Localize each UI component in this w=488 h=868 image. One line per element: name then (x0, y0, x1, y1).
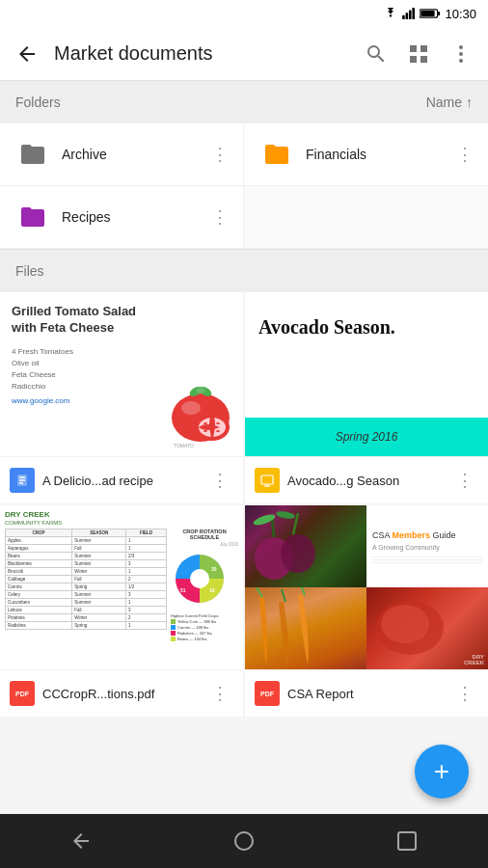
pie-legend: Highest Current Field Crops Yellow Corn … (171, 613, 238, 641)
folder-name-recipes: Recipes (62, 209, 204, 225)
csa-growing-label: A Growing Community (372, 544, 482, 551)
bottom-nav (0, 814, 488, 868)
tomato-title: Grilled Tomato Saladwith Feta Cheese (12, 304, 231, 337)
file-preview-tomato: Grilled Tomato Saladwith Feta Cheese 4 F… (0, 292, 243, 456)
svg-point-21 (216, 430, 220, 432)
sort-name-label: Name (426, 95, 462, 110)
nav-home-button[interactable] (215, 814, 273, 868)
pdf-icon-crop: PDF (10, 681, 35, 706)
file-more-avocado[interactable]: ⋮ (449, 465, 480, 496)
file-footer-crop: PDF CCCropR...tions.pdf ⋮ (0, 669, 243, 717)
docs-icon-tomato (10, 468, 35, 493)
folder-icon-recipes (15, 200, 50, 234)
svg-text:TOMATO: TOMATO (174, 443, 194, 448)
file-more-tomato[interactable]: ⋮ (204, 465, 235, 496)
battery-icon (420, 8, 441, 19)
fab-icon: + (434, 756, 449, 787)
folder-archive[interactable]: Archive ⋮ (0, 123, 244, 186)
folder-financials[interactable]: Financials ⋮ (244, 123, 488, 186)
nav-back-icon (69, 829, 93, 853)
files-label: Files (15, 263, 44, 279)
search-button[interactable] (357, 35, 395, 73)
more-options-button[interactable] (442, 35, 480, 73)
folder-more-archive[interactable]: ⋮ (204, 139, 235, 170)
folder-svg-financials (263, 143, 290, 166)
signal-icon (402, 8, 416, 19)
avocado-band-text: Spring 2016 (336, 430, 398, 444)
svg-point-45 (381, 605, 429, 643)
rotation-date: July 2016 (171, 542, 238, 547)
files-section-header: Files (0, 250, 488, 292)
svg-point-31 (190, 569, 209, 588)
svg-point-7 (459, 45, 463, 49)
svg-point-36 (281, 534, 315, 573)
file-card-avocado[interactable]: Avocado Season. Spring 2016 Avocado...g … (245, 292, 488, 503)
search-icon (365, 42, 388, 66)
svg-point-19 (216, 422, 220, 424)
crop-subtitle: COMMUNITY FARMS (5, 520, 238, 526)
file-name-tomato: A Delicio...ad recipe (42, 474, 204, 488)
svg-point-46 (235, 832, 253, 850)
folder-more-recipes[interactable]: ⋮ (204, 202, 235, 232)
csa-text-cell: CSA Members Guide A Growing Community (366, 505, 488, 587)
svg-rect-6 (421, 11, 435, 16)
svg-point-15 (196, 388, 205, 393)
nav-recents-icon (395, 829, 419, 853)
wifi-icon (383, 8, 398, 19)
page-title: Market documents (54, 42, 357, 65)
file-card-csa[interactable]: CSA Members Guide A Growing Community (245, 505, 488, 717)
tomato-illustration: TOMATO (162, 371, 239, 448)
svg-rect-1 (406, 13, 409, 19)
back-arrow-icon (15, 42, 39, 66)
crop-company: DRY CREEK (5, 510, 238, 519)
file-preview-csa: CSA Members Guide A Growing Community (245, 505, 488, 669)
more-vert-icon (449, 42, 473, 66)
rotation-schedule-title: CROP ROTATION SCHEDULE (171, 529, 238, 540)
nav-back-button[interactable] (52, 814, 110, 868)
crop-table: CROP SEASON FIELD ApplesSummer1 Asparagu… (5, 529, 167, 630)
file-preview-crop: DRY CREEK COMMUNITY FARMS CROP SEASON FI… (0, 505, 243, 669)
svg-point-40 (276, 510, 296, 520)
file-footer-csa: PDF CSA Report ⋮ (245, 669, 488, 717)
app-bar: Market documents (0, 27, 488, 81)
csa-photo-bottomright: DRYCREEK (366, 587, 488, 669)
file-card-crop[interactable]: DRY CREEK COMMUNITY FARMS CROP SEASON FI… (0, 505, 243, 717)
file-preview-avocado: Avocado Season. Spring 2016 (245, 292, 488, 456)
grid-view-button[interactable] (399, 35, 438, 73)
sort-arrow-icon: ↑ (466, 95, 473, 110)
file-more-csa[interactable]: ⋮ (449, 678, 480, 709)
csa-members-label: CSA Members Guide (372, 529, 482, 542)
csa-watermark: DRYCREEK (464, 654, 484, 665)
csa-photo-bottomleft (245, 587, 366, 669)
avocado-title: Avocado Season. (258, 315, 395, 339)
nav-recents-button[interactable] (378, 814, 436, 868)
pdf-icon-csa: PDF (255, 681, 280, 706)
status-bar: 10:30 (0, 0, 488, 27)
svg-text:51: 51 (180, 587, 186, 593)
sort-control[interactable]: Name ↑ (426, 95, 473, 110)
folders-section-header: Folders Name ↑ (0, 81, 488, 123)
file-card-tomato[interactable]: Grilled Tomato Saladwith Feta Cheese 4 F… (0, 292, 243, 503)
svg-rect-27 (261, 475, 273, 484)
file-name-avocado: Avocado...g Season (287, 474, 449, 488)
grid-icon (407, 42, 430, 66)
folder-recipes[interactable]: Recipes ⋮ (0, 186, 244, 249)
svg-rect-3 (413, 8, 416, 19)
svg-rect-47 (398, 832, 416, 850)
file-footer-tomato: A Delicio...ad recipe ⋮ (0, 456, 243, 503)
add-document-fab[interactable]: + (415, 745, 469, 799)
slides-icon-avocado (255, 468, 280, 493)
file-more-crop[interactable]: ⋮ (204, 678, 235, 709)
folder-name-archive: Archive (62, 147, 204, 162)
app-bar-actions (357, 35, 480, 73)
back-button[interactable] (8, 35, 46, 73)
pie-chart: 30 18 51 (171, 550, 229, 608)
nav-home-icon (232, 829, 256, 853)
status-time: 10:30 (445, 7, 476, 21)
folder-more-financials[interactable]: ⋮ (449, 139, 480, 170)
folder-svg-recipes (19, 205, 46, 229)
svg-point-11 (181, 401, 201, 415)
svg-line-43 (301, 587, 305, 595)
svg-rect-0 (403, 15, 406, 19)
svg-rect-2 (409, 11, 412, 19)
